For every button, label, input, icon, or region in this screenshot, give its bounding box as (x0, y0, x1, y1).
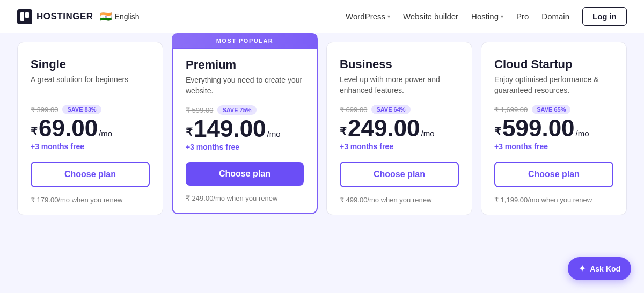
main-content: Single A great solution for beginners ₹ … (0, 33, 644, 293)
popular-banner: MOST POPULAR (172, 33, 318, 48)
plan-cloud: Cloud Startup Enjoy optimised performanc… (481, 42, 627, 215)
plan-premium-current-price: ₹ 149.00 /mo (186, 117, 304, 141)
plan-premium-price-row: ₹ 599.00 SAVE 75% (186, 105, 304, 115)
plan-single-renew: ₹ 179.00/mo when you renew (31, 196, 150, 204)
ask-kod-label: Ask Kod (590, 265, 620, 273)
svg-rect-0 (20, 12, 24, 21)
plan-single-price-row: ₹ 399.00 SAVE 83% (31, 105, 150, 114)
plan-cloud-desc: Enjoy optimised performance & guaranteed… (494, 75, 613, 96)
plan-cloud-price-row: ₹ 1,699.00 SAVE 65% (494, 105, 613, 114)
plan-premium-btn[interactable]: Choose plan (186, 162, 304, 186)
plan-business-desc: Level up with more power and enhanced fe… (340, 75, 459, 96)
rupee-icon: ₹ (186, 123, 193, 141)
plan-cloud-save: SAVE 65% (532, 105, 570, 114)
rupee-icon: ₹ (340, 123, 347, 140)
plan-premium-period: /mo (267, 129, 281, 138)
plan-business-amount: 249.00 (348, 116, 420, 140)
plan-premium-save: SAVE 75% (217, 105, 256, 115)
rupee-icon: ₹ (31, 123, 38, 140)
plan-premium-renew: ₹ 249.00/mo when you renew (186, 194, 304, 202)
chevron-down-icon: ▾ (501, 13, 503, 19)
plan-single-save: SAVE 83% (62, 105, 101, 114)
lang-label: English (115, 12, 140, 21)
plan-business-name: Business (340, 57, 459, 71)
plan-business-free: +3 months free (340, 142, 459, 151)
ask-kod-icon: ✦ (579, 263, 586, 274)
plan-premium-name: Premium (186, 58, 304, 72)
plan-cloud-period: /mo (576, 129, 589, 138)
plan-single: Single A great solution for beginners ₹ … (17, 42, 163, 215)
plan-business-price-row: ₹ 699.00 SAVE 64% (340, 105, 459, 114)
rupee-icon: ₹ (494, 123, 501, 140)
nav-website-builder[interactable]: Website builder (403, 12, 458, 21)
plan-business-btn[interactable]: Choose plan (340, 162, 459, 187)
plan-premium-wrapper: MOST POPULAR Premium Everything you need… (167, 33, 322, 224)
flag-icon: 🇮🇳 (100, 11, 112, 23)
plan-business-current-price: ₹ 249.00 /mo (340, 116, 459, 140)
plan-single-current-price: ₹ 69.00 /mo (31, 116, 150, 140)
logo-text: HOSTINGER (36, 11, 93, 22)
plan-single-amount: 69.00 (39, 116, 98, 140)
plan-business-save: SAVE 64% (371, 105, 410, 114)
plan-premium-desc: Everything you need to create your websi… (186, 75, 304, 97)
chevron-down-icon: ▾ (387, 13, 390, 19)
plan-business-renew: ₹ 499.00/mo when you renew (340, 196, 459, 204)
nav-left: HOSTINGER 🇮🇳 English (17, 9, 139, 24)
nav-right: WordPress ▾ Website builder Hosting ▾ Pr… (346, 7, 627, 26)
plan-single-name: Single (31, 57, 150, 71)
language-selector[interactable]: 🇮🇳 English (100, 11, 140, 23)
plan-cloud-btn[interactable]: Choose plan (494, 162, 613, 187)
plan-single-original: ₹ 399.00 (31, 106, 58, 114)
plans-grid: Single A great solution for beginners ₹ … (13, 33, 631, 224)
plan-cloud-current-price: ₹ 599.00 /mo (494, 116, 613, 140)
plan-cloud-original: ₹ 1,699.00 (494, 106, 528, 114)
nav-wordpress[interactable]: WordPress ▾ (346, 12, 390, 21)
ask-kod-button[interactable]: ✦ Ask Kod (568, 257, 631, 280)
plan-cloud-renew: ₹ 1,199.00/mo when you renew (494, 196, 613, 204)
plan-single-free: +3 months free (31, 142, 150, 151)
navbar: HOSTINGER 🇮🇳 English WordPress ▾ Website… (0, 0, 644, 33)
plan-single-btn[interactable]: Choose plan (31, 162, 150, 187)
plan-cloud-name: Cloud Startup (494, 57, 613, 71)
plan-premium: Premium Everything you need to create yo… (172, 48, 318, 214)
nav-domain[interactable]: Domain (541, 12, 569, 21)
logo[interactable]: HOSTINGER (17, 9, 93, 24)
login-button[interactable]: Log in (582, 7, 627, 26)
plan-premium-amount: 149.00 (194, 117, 266, 141)
plan-premium-original: ₹ 599.00 (186, 106, 213, 114)
plan-single-desc: A great solution for beginners (31, 75, 150, 96)
plan-business-period: /mo (421, 129, 435, 138)
plan-business-original: ₹ 699.00 (340, 106, 367, 114)
svg-rect-1 (25, 12, 29, 18)
plan-business: Business Level up with more power and en… (326, 42, 472, 215)
plan-premium-free: +3 months free (186, 143, 304, 151)
nav-pro[interactable]: Pro (516, 12, 529, 21)
logo-icon (17, 9, 32, 24)
plan-single-period: /mo (99, 129, 112, 138)
nav-hosting[interactable]: Hosting ▾ (471, 12, 503, 21)
plan-cloud-amount: 599.00 (502, 116, 575, 140)
plan-cloud-free: +3 months free (494, 142, 613, 151)
